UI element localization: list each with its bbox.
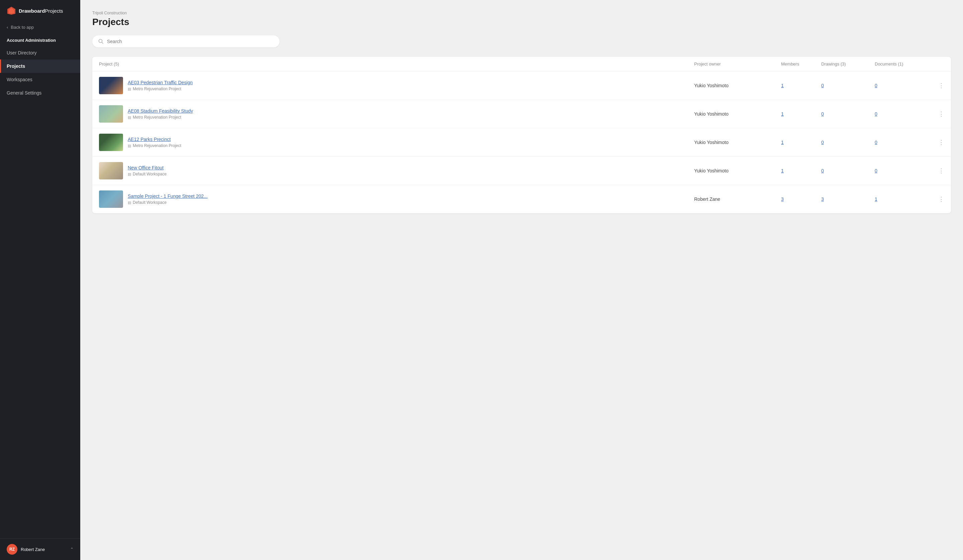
- workspace-name: Default Workspace: [133, 200, 167, 205]
- project-owner: Yukio Yoshimoto: [694, 168, 781, 173]
- documents-count[interactable]: 1: [875, 196, 928, 202]
- drawings-count[interactable]: 0: [821, 140, 875, 145]
- project-thumbnail: [99, 134, 123, 151]
- project-cell: New Office Fitout ▤ Default Workspace: [99, 162, 694, 180]
- back-to-app-link[interactable]: ‹ Back to app: [0, 21, 80, 33]
- search-icon: [98, 39, 104, 44]
- project-thumbnail: [99, 105, 123, 123]
- drawings-count[interactable]: 0: [821, 111, 875, 117]
- project-name-link[interactable]: AE12 Parks Precinct: [128, 137, 181, 142]
- account-admin-title: Account Administration: [0, 33, 80, 46]
- table-body: AE03 Pedestrian Traffic Design ▤ Metro R…: [92, 71, 951, 213]
- project-cell: AE12 Parks Precinct ▤ Metro Rejuvenation…: [99, 134, 694, 151]
- workspace-icon: ▤: [128, 201, 131, 205]
- table-row: Sample Project - 1 Funge Street 202... ▤…: [92, 185, 951, 213]
- svg-line-3: [102, 42, 103, 44]
- workspace-icon: ▤: [128, 172, 131, 176]
- project-owner: Yukio Yoshimoto: [694, 140, 781, 145]
- drawings-count[interactable]: 0: [821, 168, 875, 173]
- sidebar-item-general-settings[interactable]: General Settings: [0, 86, 80, 100]
- logo: DrawboardProjects: [0, 0, 80, 21]
- main-content: Tripoli Construction Projects Project (5…: [80, 0, 963, 560]
- col-owner: Project owner: [694, 62, 781, 66]
- drawings-count[interactable]: 3: [821, 196, 875, 202]
- project-name-link[interactable]: AE08 Stadium Feasibility Study: [128, 108, 193, 113]
- members-count[interactable]: 1: [781, 83, 821, 88]
- table-row: New Office Fitout ▤ Default Workspace Yu…: [92, 157, 951, 185]
- table-row: AE12 Parks Precinct ▤ Metro Rejuvenation…: [92, 128, 951, 157]
- members-count[interactable]: 1: [781, 140, 821, 145]
- project-owner: Yukio Yoshimoto: [694, 83, 781, 88]
- project-workspace: ▤ Metro Rejuvenation Project: [128, 87, 193, 91]
- project-cell: Sample Project - 1 Funge Street 202... ▤…: [99, 191, 694, 208]
- project-owner: Robert Zane: [694, 196, 781, 202]
- logo-text: DrawboardProjects: [19, 8, 63, 14]
- project-workspace: ▤ Default Workspace: [128, 172, 167, 176]
- page-title: Projects: [92, 17, 951, 28]
- members-count[interactable]: 1: [781, 111, 821, 117]
- documents-count[interactable]: 0: [875, 168, 928, 173]
- user-menu-toggle[interactable]: ⌃: [70, 547, 73, 552]
- chevron-left-icon: ‹: [7, 25, 8, 30]
- project-info: AE03 Pedestrian Traffic Design ▤ Metro R…: [128, 80, 193, 91]
- table-row: AE08 Stadium Feasibility Study ▤ Metro R…: [92, 100, 951, 128]
- workspace-name: Metro Rejuvenation Project: [133, 87, 181, 91]
- project-thumbnail: [99, 162, 123, 180]
- drawings-count[interactable]: 0: [821, 83, 875, 88]
- workspace-name: Metro Rejuvenation Project: [133, 115, 181, 120]
- company-name: Tripoli Construction: [92, 11, 951, 15]
- row-menu-button[interactable]: ⋮: [928, 110, 944, 118]
- project-info: New Office Fitout ▤ Default Workspace: [128, 165, 167, 176]
- workspace-name: Metro Rejuvenation Project: [133, 143, 181, 148]
- project-cell: AE03 Pedestrian Traffic Design ▤ Metro R…: [99, 77, 694, 94]
- project-owner: Yukio Yoshimoto: [694, 111, 781, 117]
- project-name-link[interactable]: Sample Project - 1 Funge Street 202...: [128, 193, 208, 199]
- col-drawings: Drawings (3): [821, 62, 875, 66]
- table-header: Project (5) Project owner Members Drawin…: [92, 57, 951, 71]
- col-documents: Documents (1): [875, 62, 928, 66]
- projects-table: Project (5) Project owner Members Drawin…: [92, 57, 951, 213]
- project-info: AE08 Stadium Feasibility Study ▤ Metro R…: [128, 108, 193, 120]
- documents-count[interactable]: 0: [875, 140, 928, 145]
- project-name-link[interactable]: AE03 Pedestrian Traffic Design: [128, 80, 193, 85]
- user-info: RZ Robert Zane: [7, 544, 45, 555]
- sidebar-item-workspaces[interactable]: Workspaces: [0, 73, 80, 86]
- workspace-icon: ▤: [128, 144, 131, 148]
- project-workspace: ▤ Default Workspace: [128, 200, 208, 205]
- project-cell: AE08 Stadium Feasibility Study ▤ Metro R…: [99, 105, 694, 123]
- sidebar-nav: User DirectoryProjectsWorkspacesGeneral …: [0, 46, 80, 100]
- row-menu-button[interactable]: ⋮: [928, 196, 944, 203]
- project-thumbnail: [99, 77, 123, 94]
- project-info: Sample Project - 1 Funge Street 202... ▤…: [128, 193, 208, 205]
- row-menu-button[interactable]: ⋮: [928, 167, 944, 175]
- project-workspace: ▤ Metro Rejuvenation Project: [128, 143, 181, 148]
- search-bar: [92, 36, 280, 47]
- project-workspace: ▤ Metro Rejuvenation Project: [128, 115, 193, 120]
- username-label: Robert Zane: [21, 547, 45, 552]
- drawboard-logo-icon: [7, 6, 16, 15]
- col-project: Project (5): [99, 62, 694, 66]
- table-row: AE03 Pedestrian Traffic Design ▤ Metro R…: [92, 71, 951, 100]
- row-menu-button[interactable]: ⋮: [928, 82, 944, 89]
- workspace-icon: ▤: [128, 115, 131, 120]
- sidebar: DrawboardProjects ‹ Back to app Account …: [0, 0, 80, 560]
- documents-count[interactable]: 0: [875, 83, 928, 88]
- col-actions: [928, 62, 944, 66]
- col-members: Members: [781, 62, 821, 66]
- members-count[interactable]: 1: [781, 168, 821, 173]
- members-count[interactable]: 3: [781, 196, 821, 202]
- project-name-link[interactable]: New Office Fitout: [128, 165, 167, 170]
- sidebar-item-projects[interactable]: Projects: [0, 60, 80, 73]
- workspace-icon: ▤: [128, 87, 131, 91]
- project-info: AE12 Parks Precinct ▤ Metro Rejuvenation…: [128, 137, 181, 148]
- avatar: RZ: [7, 544, 18, 555]
- project-thumbnail: [99, 191, 123, 208]
- documents-count[interactable]: 0: [875, 111, 928, 117]
- workspace-name: Default Workspace: [133, 172, 167, 176]
- sidebar-item-user-directory[interactable]: User Directory: [0, 46, 80, 60]
- row-menu-button[interactable]: ⋮: [928, 139, 944, 146]
- sidebar-footer: RZ Robert Zane ⌃: [0, 538, 80, 560]
- search-input[interactable]: [107, 39, 274, 44]
